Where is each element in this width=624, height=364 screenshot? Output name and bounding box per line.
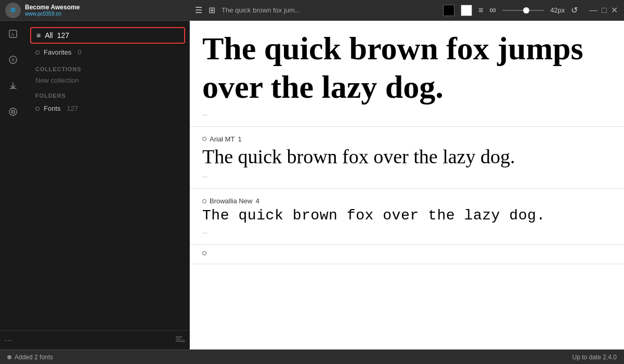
arial-name: Arial MT (210, 135, 235, 143)
titlebar-left: 🌐 Become Awesome www.pc0359.cn (0, 3, 190, 18)
font-list: The quick brown fox jumps over the lazy … (190, 21, 624, 349)
app-name-area: Become Awesome www.pc0359.cn (25, 4, 80, 17)
font-preview-arial: The quick brown fox over the lazy dog. (202, 145, 612, 169)
window-controls: — □ ✕ (583, 5, 624, 15)
statusbar-version: Up to date 2.4.0 (573, 354, 617, 361)
minimize-button[interactable]: — (589, 6, 597, 15)
fonts-circle (35, 107, 40, 111)
sidebar-left-icons: A (0, 21, 26, 330)
browallia-name: Browallia New (210, 197, 252, 205)
hamburger-icon[interactable]: ☰ (195, 5, 202, 15)
font-entry-browallia: Browallia New 4 The quick brown fox over… (190, 189, 624, 245)
favorites-count: 0 (77, 48, 81, 56)
svg-point-3 (12, 59, 14, 61)
app-name: Become Awesome (25, 4, 80, 11)
font-preview-browallia: The quick brown fox over the lazy dog. (202, 207, 612, 225)
folders-heading: FOLDERS (26, 86, 189, 101)
sidebar-content: ≡ All 127 Favorites 0 COLLECTIONS New co… (26, 21, 189, 330)
status-text: Added 2 fonts (15, 354, 53, 361)
font-size-label: 42px (550, 6, 565, 14)
titlebar: 🌐 Become Awesome www.pc0359.cn ☰ ⊞ The q… (0, 0, 624, 21)
sidebar: A (0, 21, 190, 349)
grid-icon[interactable]: ⊞ (209, 5, 215, 15)
statusbar-left: Added 2 fonts (7, 354, 53, 361)
font-entry-arial: Arial MT 1 The quick brown fox over the … (190, 127, 624, 189)
svg-point-2 (9, 56, 17, 63)
font-more-1[interactable]: ... (202, 107, 612, 118)
sidebar-item-all[interactable]: ≡ All 127 (30, 27, 185, 44)
app-url: www.pc0359.cn (25, 11, 80, 17)
arial-preview-text: The quick brown fox over the lazy dog. (202, 145, 612, 169)
sidebar-icon-fonts[interactable]: A (5, 26, 21, 42)
sidebar-all-count: 127 (57, 31, 69, 40)
font-preview-1: The quick brown fox jumps over the lazy … (202, 29, 612, 107)
svg-point-6 (12, 111, 14, 112)
sidebar-item-fonts[interactable]: Fonts 127 (30, 102, 185, 115)
search-filter-icon[interactable] (175, 335, 185, 345)
sidebar-icon-download[interactable] (5, 78, 21, 94)
font-more-arial[interactable]: ... (202, 168, 612, 180)
slider-area[interactable] (502, 10, 544, 11)
sidebar-icon-discover[interactable] (5, 52, 21, 68)
partial-meta-circle (202, 251, 206, 255)
preview-text: The quick brown fox jum... (222, 6, 437, 14)
color-swatch-white[interactable] (461, 5, 472, 16)
fonts-count: 127 (67, 105, 79, 112)
font-preview-bold-text: The quick brown fox jumps over the lazy … (202, 29, 612, 107)
font-meta-arial: Arial MT 1 (202, 135, 612, 143)
browallia-meta-circle (202, 199, 206, 203)
link-icon[interactable]: ∞ (489, 5, 496, 16)
fonts-label: Fonts (44, 105, 61, 112)
sidebar-item-favorites[interactable]: Favorites 0 (30, 46, 185, 59)
new-collection-button[interactable]: New collection (26, 74, 189, 86)
font-entry-1: The quick brown fox jumps over the lazy … (190, 21, 624, 127)
sidebar-inner: A (0, 21, 189, 330)
font-more-browallia[interactable]: ... (202, 225, 612, 236)
main-container: A (0, 21, 624, 349)
menu-dots-icon[interactable]: ⋯ (4, 335, 12, 345)
font-entry-partial (190, 245, 624, 264)
all-list-icon: ≡ (36, 31, 41, 40)
sidebar-bottom: ⋯ (0, 330, 189, 349)
browallia-count: 4 (255, 197, 259, 205)
sidebar-icon-radio[interactable] (5, 104, 21, 120)
status-dot (7, 355, 11, 359)
favorites-label: Favorites (44, 48, 71, 56)
arial-count: 1 (238, 135, 241, 143)
font-meta-partial (202, 251, 612, 255)
slider-thumb (523, 7, 529, 14)
main-panel: The quick brown fox jumps over the lazy … (190, 21, 624, 349)
collections-heading: COLLECTIONS (26, 60, 189, 74)
sidebar-all-label: All (45, 31, 53, 40)
statusbar: Added 2 fonts Up to date 2.4.0 (0, 349, 624, 364)
app-logo: 🌐 (5, 3, 21, 18)
favorites-circle (35, 50, 40, 55)
color-swatch-black[interactable] (443, 5, 454, 16)
size-slider[interactable] (502, 10, 544, 11)
titlebar-main: ☰ ⊞ The quick brown fox jum... ≡ ∞ 42px … (190, 5, 583, 16)
close-button[interactable]: ✕ (611, 5, 618, 15)
svg-text:A: A (11, 32, 15, 37)
align-icon[interactable]: ≡ (478, 6, 483, 15)
arial-meta-circle (202, 137, 206, 141)
font-meta-browallia: Browallia New 4 (202, 197, 612, 205)
maximize-button[interactable]: □ (602, 6, 607, 15)
reset-icon[interactable]: ↺ (571, 5, 578, 15)
browallia-preview-text: The quick brown fox over the lazy dog. (202, 207, 612, 225)
